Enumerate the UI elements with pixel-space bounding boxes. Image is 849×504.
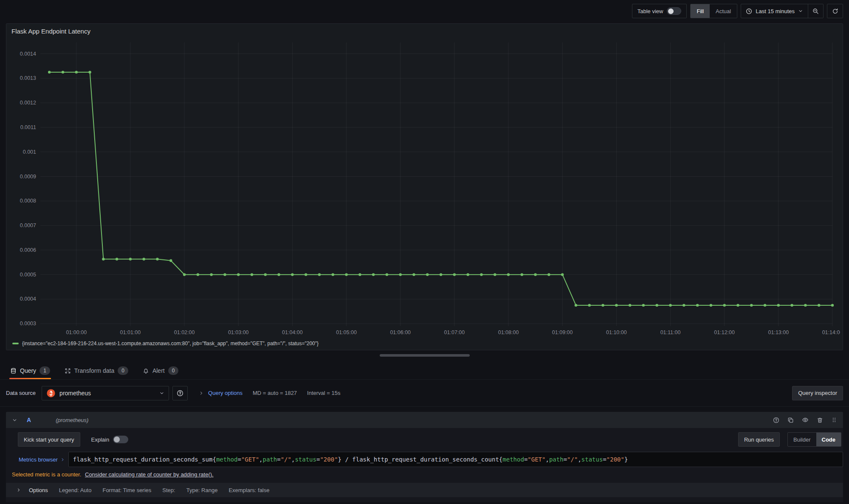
run-queries-button[interactable]: Run queries [738, 432, 780, 447]
code-option[interactable]: Code [816, 433, 841, 446]
series-point [750, 304, 753, 307]
fill-option[interactable]: Fill [691, 4, 710, 18]
x-tick-label: 01:03:00 [228, 329, 249, 335]
series-point [588, 304, 591, 307]
query-token: = [603, 456, 606, 463]
y-tick-label: 0.0007 [20, 222, 36, 228]
tab-query-label: Query [20, 367, 36, 374]
options-summary-bar[interactable]: Options Legend: Auto Format: Time series… [6, 483, 843, 497]
builder-code-switch: Builder Code [787, 432, 841, 447]
query-token: "200" [320, 456, 338, 463]
collapse-chevron-icon[interactable] [12, 417, 17, 423]
help-icon [177, 390, 183, 397]
time-series-chart[interactable]: 0.00030.00040.00050.00060.00070.00080.00… [10, 39, 840, 337]
zoom-out-button[interactable] [808, 4, 823, 18]
query-row-actions [773, 417, 837, 423]
chevron-down-icon [798, 8, 803, 14]
x-tick-label: 01:08:00 [498, 329, 519, 335]
series-point [521, 273, 523, 276]
drag-handle[interactable] [831, 417, 837, 423]
table-view-toggle[interactable] [667, 7, 681, 15]
series-point [696, 304, 699, 307]
series-point [237, 273, 240, 276]
tab-query-count: 1 [39, 366, 50, 375]
query-editor-body: Kick start your query Explain Run querie… [6, 428, 843, 502]
datasource-help-button[interactable] [172, 386, 188, 400]
time-range-picker[interactable]: Last 15 minutes [741, 4, 808, 18]
builder-option[interactable]: Builder [788, 433, 816, 446]
query-help-button[interactable] [773, 417, 779, 423]
y-tick-label: 0.0005 [20, 272, 36, 278]
eye-icon [802, 417, 809, 423]
y-tick-label: 0.0012 [20, 100, 36, 106]
option-legend: Legend: Auto [59, 487, 92, 493]
query-token: method [216, 456, 238, 463]
series-point [48, 71, 51, 73]
query-token: "200" [606, 456, 624, 463]
kick-start-query-button[interactable]: Kick start your query [18, 432, 80, 447]
query-token: = [564, 456, 567, 463]
series-point [547, 273, 550, 276]
series-point [561, 273, 564, 276]
y-tick-label: 0.0014 [20, 51, 36, 57]
time-range-group: Last 15 minutes [741, 4, 824, 18]
x-tick-label: 01:13:00 [768, 329, 789, 335]
y-tick-label: 0.0004 [20, 296, 36, 302]
tab-query[interactable]: Query 1 [9, 362, 51, 379]
x-tick-label: 01:06:00 [390, 329, 411, 335]
duplicate-query-button[interactable] [787, 417, 794, 423]
series-point [143, 258, 145, 260]
explain-toggle[interactable] [113, 436, 128, 443]
delete-query-button[interactable] [817, 417, 823, 423]
series-point [183, 273, 186, 276]
tab-alert[interactable]: Alert 0 [142, 362, 179, 379]
warning-rate-link[interactable]: Consider calculating rate of counter by … [85, 471, 214, 478]
series-point [790, 304, 793, 307]
series-point [453, 273, 456, 276]
metrics-browser-button[interactable]: Metrics browser [15, 452, 68, 467]
series-point [345, 273, 347, 276]
query-ref-id[interactable]: A [27, 417, 31, 423]
legend-series-label[interactable]: {instance="ec2-184-169-216-224.us-west-1… [22, 341, 319, 346]
query-token: = [237, 456, 241, 463]
x-tick-label: 01:04:00 [282, 329, 303, 335]
query-inspector-button[interactable]: Query inspector [792, 386, 843, 400]
series-point [305, 273, 307, 276]
query-token: , [291, 456, 295, 463]
latency-panel: Flask App Endpoint Latency 0.00030.00040… [6, 23, 843, 350]
series-point [169, 259, 172, 262]
query-token: status [295, 456, 316, 463]
query-token: "/" [281, 456, 291, 463]
refresh-icon [832, 8, 838, 14]
query-token: , [578, 456, 581, 463]
y-tick-label: 0.0008 [20, 198, 36, 204]
table-view-group: Table view [632, 4, 687, 18]
series-point [75, 71, 78, 73]
series-point [426, 273, 429, 276]
series-point [831, 304, 834, 307]
series-point [615, 304, 618, 307]
query-token: "GET" [241, 456, 259, 463]
promql-query-input[interactable]: flask_http_request_duration_seconds_sum{… [68, 452, 843, 467]
query-datasource-hint: (prometheus) [56, 417, 88, 423]
panel-resize-handle[interactable] [380, 354, 470, 357]
series-point [818, 304, 820, 307]
actual-option[interactable]: Actual [710, 4, 737, 18]
trash-icon [817, 417, 823, 423]
datasource-row: Data source prometheus Query options MD … [0, 380, 849, 407]
series-point [601, 304, 604, 307]
series-point [629, 304, 631, 307]
toggle-visibility-button[interactable] [802, 417, 809, 423]
y-tick-label: 0.0009 [20, 174, 36, 180]
query-options-link[interactable]: Query options [208, 390, 243, 396]
panel-title: Flask App Endpoint Latency [11, 28, 90, 35]
tab-transform-data[interactable]: Transform data 0 [64, 362, 129, 379]
series-point [264, 273, 267, 276]
datasource-value: prometheus [59, 390, 155, 397]
chart-legend: {instance="ec2-184-169-216-224.us-west-1… [12, 341, 319, 346]
series-point [723, 304, 726, 307]
table-view-label: Table view [637, 8, 663, 14]
datasource-picker[interactable]: prometheus [42, 386, 169, 400]
series-point [494, 273, 496, 276]
refresh-button[interactable] [827, 4, 843, 18]
